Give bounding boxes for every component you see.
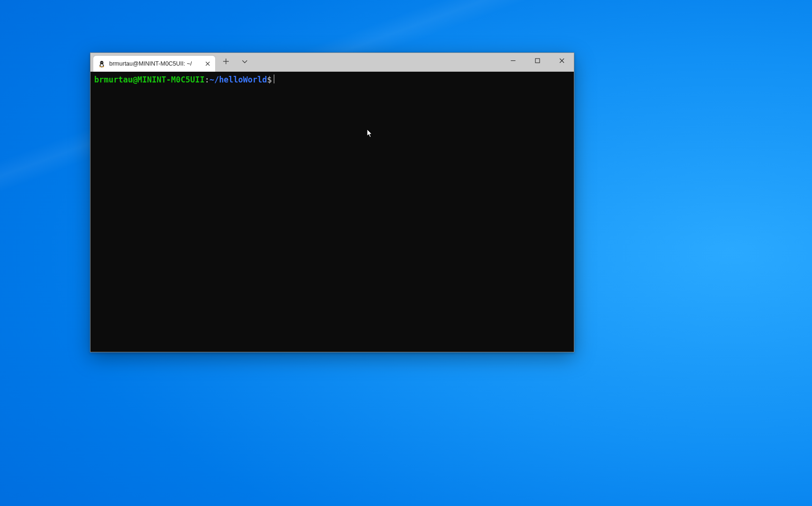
prompt-path: ~/helloWorld bbox=[210, 75, 267, 84]
window-controls bbox=[501, 53, 574, 72]
chevron-down-icon bbox=[241, 58, 248, 65]
tab-dropdown-button[interactable] bbox=[239, 55, 251, 67]
new-tab-button[interactable] bbox=[220, 55, 232, 67]
svg-point-5 bbox=[101, 62, 102, 63]
plus-icon bbox=[223, 58, 229, 65]
prompt-user-host: brmurtau@MININT-M0C5UII bbox=[94, 75, 204, 84]
terminal-body[interactable]: brmurtau@MININT-M0C5UII:~/helloWorld$ bbox=[90, 72, 574, 352]
close-window-button[interactable] bbox=[549, 53, 574, 68]
terminal-window: brmurtau@MININT-M0C5UII: ~/ bbox=[90, 52, 574, 352]
prompt-symbol: $ bbox=[267, 75, 271, 84]
close-icon bbox=[205, 61, 210, 66]
titlebar[interactable]: brmurtau@MININT-M0C5UII: ~/ bbox=[90, 53, 574, 72]
svg-point-2 bbox=[100, 64, 103, 67]
tab-active[interactable]: brmurtau@MININT-M0C5UII: ~/ bbox=[93, 56, 215, 72]
svg-point-6 bbox=[102, 62, 103, 63]
tab-title: brmurtau@MININT-M0C5UII: ~/ bbox=[109, 60, 192, 67]
linux-icon bbox=[98, 60, 105, 67]
maximize-button[interactable] bbox=[525, 53, 549, 68]
tab-close-button[interactable] bbox=[203, 59, 212, 68]
text-cursor bbox=[274, 74, 275, 83]
maximize-icon bbox=[535, 58, 540, 63]
minimize-icon bbox=[511, 58, 516, 63]
minimize-button[interactable] bbox=[501, 53, 525, 68]
tab-actions bbox=[215, 53, 251, 72]
svg-point-7 bbox=[99, 66, 101, 67]
svg-point-8 bbox=[102, 66, 104, 67]
prompt-separator: : bbox=[204, 75, 209, 84]
close-icon bbox=[559, 58, 564, 63]
svg-rect-14 bbox=[535, 59, 540, 63]
